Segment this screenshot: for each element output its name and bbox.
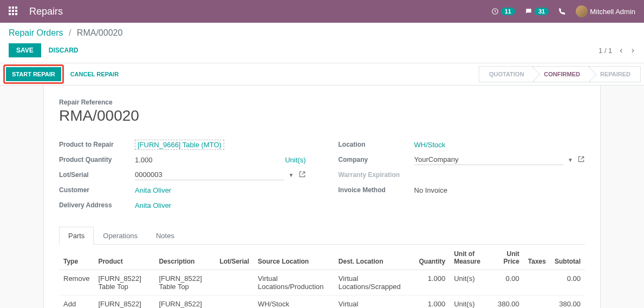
status-quotation[interactable]: QUOTATION (479, 66, 534, 82)
location-label: Location (339, 141, 414, 148)
pager: 1 / 1 ‹ › (599, 45, 635, 55)
cell-unit-price: 0.00 (491, 270, 523, 296)
cancel-repair-button[interactable]: CANCEL REPAIR (64, 67, 125, 81)
cell-description: [FURN_8522] Table Top (154, 270, 215, 296)
cell-source-location: WH/Stock (253, 296, 334, 309)
user-menu[interactable]: Mitchell Admin (576, 5, 635, 17)
col-description: Description (154, 245, 215, 270)
status-bar: QUOTATION CONFIRMED REPAIRED (479, 63, 641, 85)
cell-product: [FURN_8522] Table Top (94, 296, 154, 309)
tab-parts[interactable]: Parts (59, 227, 94, 245)
col-quantity: Quantity (415, 245, 450, 270)
start-repair-button[interactable]: START REPAIR (6, 67, 61, 81)
lot-serial-label: Lot/Serial (59, 171, 135, 179)
cell-lot-serial (215, 270, 253, 296)
cell-quantity: 1.000 (415, 296, 450, 309)
col-taxes: Taxes (524, 245, 550, 270)
company-caret-icon[interactable]: ▼ (568, 157, 573, 163)
status-confirmed[interactable]: CONFIRMED (534, 66, 590, 82)
action-bar: START REPAIR CANCEL REPAIR QUOTATION CON… (0, 63, 644, 86)
pager-position: 1 / 1 (599, 47, 612, 55)
cell-dest-location: Virtual Locations/Production (334, 296, 415, 309)
user-name: Mitchell Admin (590, 8, 635, 16)
activity-indicator[interactable]: 11 (491, 8, 515, 15)
delivery-address-value[interactable]: Anita Oliver (135, 201, 171, 209)
col-source-location: Source Location (253, 245, 334, 270)
repair-reference-label: Repair Reference (59, 99, 585, 106)
form-left-column: Product to Repair [FURN_9666] Table (MTO… (59, 137, 306, 213)
cell-unit-price: 380.00 (491, 296, 523, 309)
pager-next[interactable]: › (630, 45, 635, 55)
cell-taxes (524, 296, 550, 309)
cell-uom: Unit(s) (450, 270, 491, 296)
pager-prev[interactable]: ‹ (619, 45, 623, 55)
lot-serial-caret-icon[interactable]: ▼ (289, 172, 294, 178)
topbar: Repairs 11 31 Mitchell Admin (0, 0, 644, 23)
product-quantity-value[interactable]: 1.000 (135, 156, 153, 164)
col-lot-serial: Lot/Serial (215, 245, 253, 270)
table-row[interactable]: Remove[FURN_8522] Table Top[FURN_8522] T… (59, 270, 585, 296)
breadcrumb: Repair Orders / RMA/00020 (9, 28, 635, 38)
company-input[interactable] (414, 154, 564, 165)
phone-icon (558, 8, 566, 15)
cell-taxes (524, 270, 550, 296)
clock-icon (491, 8, 499, 15)
product-to-repair-label: Product to Repair (59, 141, 135, 148)
breadcrumb-separator: / (69, 28, 71, 37)
product-quantity-uom[interactable]: Unit(s) (285, 156, 305, 164)
invoice-method-value[interactable]: No Invoice (414, 186, 447, 194)
location-value[interactable]: WH/Stock (414, 141, 446, 149)
form-sheet: Repair Reference RMA/00020 Product to Re… (43, 86, 601, 308)
discard-button[interactable]: DISCARD (41, 43, 86, 57)
cell-lot-serial (215, 296, 253, 309)
cell-subtotal: 0.00 (550, 270, 585, 296)
invoice-method-label: Invoice Method (339, 186, 414, 194)
avatar (576, 5, 588, 17)
cell-dest-location: Virtual Locations/Scrapped (334, 270, 415, 296)
control-bar: SAVE DISCARD 1 / 1 ‹ › (0, 41, 644, 63)
col-product: Product (94, 245, 154, 270)
activity-badge: 11 (501, 8, 515, 15)
customer-label: Customer (59, 186, 135, 194)
tabs: Parts Operations Notes (59, 226, 585, 245)
warranty-expiration-label: Warranty Expiration (339, 171, 414, 179)
apps-icon[interactable] (9, 6, 18, 16)
breadcrumb-current: RMA/00020 (77, 28, 123, 37)
repair-reference-value: RMA/00020 (59, 107, 585, 124)
lot-serial-external-link-icon[interactable] (298, 171, 306, 180)
tab-operations[interactable]: Operations (94, 227, 147, 245)
status-repaired[interactable]: REPAIRED (590, 66, 641, 82)
tab-notes[interactable]: Notes (147, 227, 184, 245)
save-button[interactable]: SAVE (9, 43, 41, 57)
cell-type: Remove (59, 270, 94, 296)
lot-serial-input[interactable] (135, 169, 284, 180)
product-to-repair-value[interactable]: [FURN_9666] Table (MTO) (135, 140, 224, 150)
start-repair-highlight: START REPAIR (3, 64, 64, 84)
col-subtotal: Subtotal (550, 245, 585, 270)
parts-table: Type Product Description Lot/Serial Sour… (59, 245, 585, 308)
cell-source-location: Virtual Locations/Production (253, 270, 334, 296)
cell-uom: Unit(s) (450, 296, 491, 309)
form-right-column: Location WH/Stock Company ▼ Warranty Exp… (339, 137, 586, 213)
app-title: Repairs (29, 6, 63, 17)
product-quantity-label: Product Quantity (59, 156, 135, 163)
company-external-link-icon[interactable] (577, 155, 585, 165)
col-type: Type (59, 245, 94, 270)
col-unit-price: Unit Price (491, 245, 523, 270)
parts-header-row: Type Product Description Lot/Serial Sour… (59, 245, 585, 270)
table-row[interactable]: Add[FURN_8522] Table Top[FURN_8522] Tabl… (59, 296, 585, 309)
breadcrumb-parent[interactable]: Repair Orders (9, 28, 63, 37)
cell-product: [FURN_8522] Table Top (94, 270, 154, 296)
cell-quantity: 1.000 (415, 270, 450, 296)
discuss-indicator[interactable]: 31 (525, 8, 549, 15)
col-uom: Unit of Measure (450, 245, 491, 270)
discuss-badge: 31 (535, 8, 549, 15)
delivery-address-label: Delivery Address (59, 201, 135, 209)
breadcrumb-bar: Repair Orders / RMA/00020 (0, 23, 644, 41)
customer-value[interactable]: Anita Oliver (135, 186, 171, 194)
phone-indicator[interactable] (558, 8, 566, 15)
cell-subtotal: 380.00 (550, 296, 585, 309)
company-label: Company (339, 156, 414, 163)
col-dest-location: Dest. Location (334, 245, 415, 270)
cell-description: [FURN_8522] Table Top (154, 296, 215, 309)
